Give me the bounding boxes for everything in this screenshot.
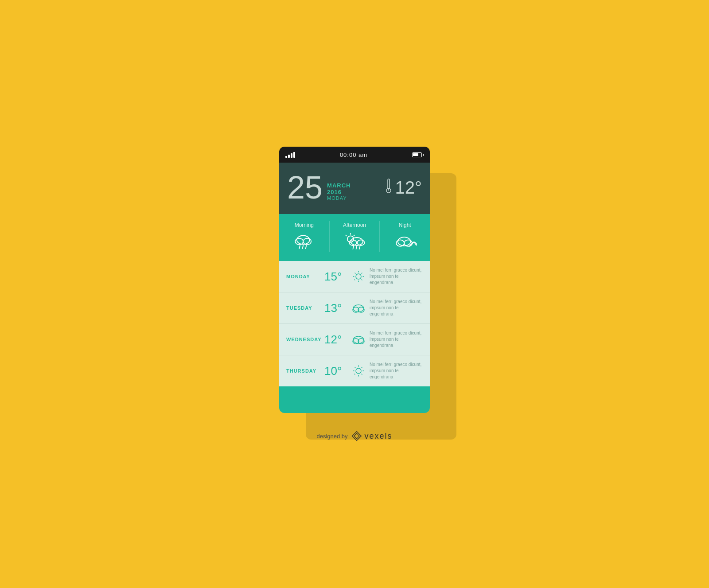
forecast-row-tuesday: TUESDAY 13° No mei ferri graeco dicunt, … bbox=[279, 292, 430, 324]
tod-night-label: Night bbox=[399, 222, 411, 228]
svg-line-16 bbox=[353, 246, 354, 249]
svg-line-42 bbox=[355, 367, 355, 368]
forecast-icon-tuesday bbox=[351, 302, 366, 314]
signal-bars bbox=[285, 152, 295, 158]
svg-line-18 bbox=[359, 246, 360, 249]
svg-line-43 bbox=[362, 374, 362, 374]
forecast-icon-thursday bbox=[351, 365, 366, 377]
tod-morning: Morning bbox=[279, 222, 329, 251]
signal-bar-1 bbox=[285, 156, 287, 158]
temperature-display: 12° bbox=[385, 178, 422, 198]
tod-morning-label: Morning bbox=[295, 222, 314, 228]
tod-afternoon-label: Afternoon bbox=[343, 222, 366, 228]
forecast-desc-thursday: No mei ferri graeco dicunt, impsum non t… bbox=[370, 362, 423, 380]
battery-fill bbox=[413, 153, 418, 156]
svg-line-7 bbox=[303, 245, 304, 249]
svg-line-45 bbox=[354, 374, 355, 374]
svg-line-29 bbox=[362, 273, 362, 273]
svg-line-17 bbox=[356, 246, 357, 249]
svg-marker-47 bbox=[354, 433, 359, 439]
status-bar: 00:00 am bbox=[279, 147, 430, 163]
footer: designed by vexels bbox=[316, 431, 392, 441]
forecast-row-wednesday: WEDNESDAY 12° No mei ferri graeco dicunt… bbox=[279, 324, 430, 355]
svg-line-11 bbox=[354, 235, 354, 236]
forecast-temp-tuesday: 13° bbox=[324, 301, 347, 315]
forecast-desc-monday: No mei ferri graeco dicunt, impsum non t… bbox=[370, 267, 423, 286]
footer-logo: vexels bbox=[351, 431, 393, 441]
status-time: 00:00 am bbox=[340, 152, 367, 158]
forecast-temp-thursday: 10° bbox=[324, 364, 347, 378]
svg-point-37 bbox=[356, 368, 361, 374]
forecast-row-thursday: THURSDAY 10° No mei ferri graeco dicunt,… bbox=[279, 355, 430, 386]
forecast-day-wednesday: WEDNESDAY bbox=[286, 337, 321, 342]
forecast-icon-monday bbox=[351, 271, 366, 282]
thermometer-icon bbox=[385, 178, 393, 197]
month-year-day: MARCH 2016 MODAY bbox=[327, 182, 351, 203]
day-number: 25 bbox=[287, 171, 323, 203]
tod-afternoon: Afternoon bbox=[330, 222, 380, 251]
svg-marker-46 bbox=[352, 432, 361, 441]
forecast-desc-tuesday: No mei ferri graeco dicunt, impsum non t… bbox=[370, 299, 423, 317]
tod-night: Night bbox=[380, 222, 430, 251]
forecast-row-monday: MONDAY 15° No mei ferri graeco dicunt, i… bbox=[279, 261, 430, 292]
svg-line-27 bbox=[355, 273, 355, 273]
forecast-temp-monday: 15° bbox=[324, 270, 347, 284]
signal-bar-4 bbox=[293, 152, 295, 158]
date-display: 25 MARCH 2016 MODAY bbox=[287, 171, 351, 203]
forecast-desc-wednesday: No mei ferri graeco dicunt, impsum non t… bbox=[370, 330, 423, 349]
svg-point-22 bbox=[356, 274, 361, 279]
timeofday-section: Morning Afternoon bbox=[279, 214, 430, 261]
bottom-bar bbox=[279, 386, 430, 413]
phone-device: 00:00 am 25 MARCH 2016 MODAY bbox=[279, 147, 430, 413]
forecast-icon-wednesday bbox=[351, 334, 366, 345]
morning-weather-icon bbox=[292, 232, 316, 251]
vexels-diamond-icon bbox=[351, 431, 362, 441]
svg-line-8 bbox=[306, 245, 307, 249]
svg-line-12 bbox=[346, 235, 347, 236]
signal-bar-2 bbox=[288, 155, 290, 158]
svg-line-6 bbox=[300, 245, 300, 249]
phone-wrapper: 00:00 am 25 MARCH 2016 MODAY bbox=[279, 147, 430, 413]
svg-line-44 bbox=[362, 367, 362, 368]
svg-rect-0 bbox=[388, 179, 390, 189]
forecast-day-monday: MONDAY bbox=[286, 274, 321, 279]
month-text: MARCH bbox=[327, 182, 351, 189]
forecast-section: MONDAY 15° No mei ferri graeco dicunt, i… bbox=[279, 261, 430, 386]
battery-indicator bbox=[412, 152, 424, 157]
battery-tip bbox=[423, 154, 424, 156]
forecast-day-thursday: THURSDAY bbox=[286, 368, 321, 374]
forecast-day-tuesday: TUESDAY bbox=[286, 305, 321, 311]
current-temperature: 12° bbox=[395, 178, 422, 198]
afternoon-weather-icon bbox=[343, 232, 366, 251]
designed-by-text: designed by bbox=[316, 433, 347, 440]
svg-line-28 bbox=[362, 280, 362, 280]
year-text: 2016 bbox=[327, 189, 351, 195]
header-section: 25 MARCH 2016 MODAY 12° bbox=[279, 163, 430, 214]
battery-body bbox=[412, 152, 422, 157]
signal-bar-3 bbox=[291, 153, 292, 158]
vexels-brand-text: vexels bbox=[365, 432, 393, 441]
night-weather-icon bbox=[393, 232, 417, 251]
day-text: MODAY bbox=[327, 195, 351, 201]
forecast-temp-wednesday: 12° bbox=[324, 333, 347, 347]
svg-line-30 bbox=[354, 280, 355, 280]
